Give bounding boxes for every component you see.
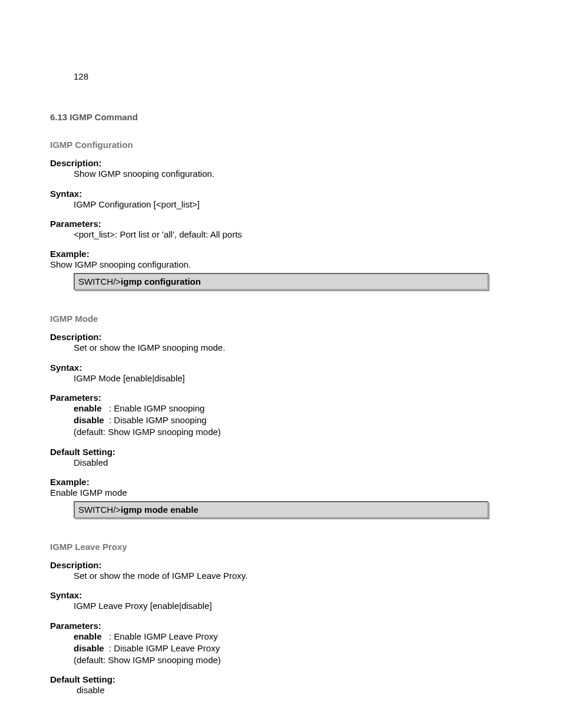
mode-example-desc: Enable IGMP mode — [50, 487, 512, 499]
leave-param-enable: enable : Enable IGMP Leave Proxy — [74, 631, 512, 643]
leave-desc: Set or show the mode of IGMP Leave Proxy… — [74, 570, 512, 582]
mode-desc-label: Description: — [50, 332, 512, 342]
leave-desc-label: Description: — [50, 560, 512, 570]
config-syntax: IGMP Configuration [<port_list>] — [74, 199, 512, 210]
mode-param-enable: enable : Enable IGMP snooping — [74, 403, 512, 414]
mode-param-disable: disable : Disable IGMP snooping — [74, 414, 512, 426]
mode-example-label: Example: — [50, 477, 512, 487]
leave-param-enable-key: enable — [74, 631, 109, 643]
leave-default-label: Default Setting: — [50, 674, 512, 684]
igmp-configuration-title: IGMP Configuration — [50, 140, 133, 150]
mode-param-default: (default: Show IGMP snooping mode) — [74, 426, 512, 438]
mode-params-label: Parameters: — [50, 393, 512, 403]
leave-param-disable: disable : Disable IGMP Leave Proxy — [74, 643, 512, 654]
config-syntax-label: Syntax: — [50, 189, 512, 199]
mode-param-disable-key: disable — [74, 414, 109, 426]
mode-prompt: SWITCH/> — [78, 505, 121, 515]
config-example-desc: Show IGMP snooping configuration. — [50, 259, 512, 271]
igmp-leave-proxy-title: IGMP Leave Proxy — [50, 542, 127, 552]
leave-param-default: (default: Show IGMP snooping mode) — [74, 654, 512, 666]
leave-params-label: Parameters: — [50, 621, 512, 631]
mode-syntax: IGMP Mode [enable|disable] — [74, 373, 512, 384]
config-desc: Show IGMP snooping configuration. — [74, 168, 512, 180]
mode-default-label: Default Setting: — [50, 447, 512, 457]
leave-syntax-label: Syntax: — [50, 590, 512, 600]
mode-param-enable-val: : Enable IGMP snooping — [109, 403, 204, 414]
leave-param-disable-val: : Disable IGMP Leave Proxy — [109, 643, 220, 654]
config-example-label: Example: — [50, 249, 512, 259]
config-params: <port_list>: Port list or 'all', default… — [74, 229, 512, 241]
config-cmd: igmp configuration — [121, 276, 201, 286]
section-heading: 6.13 IGMP Command — [50, 112, 138, 122]
config-params-label: Parameters: — [50, 219, 512, 229]
mode-default: Disabled — [74, 457, 512, 469]
mode-desc: Set or show the IGMP snooping mode. — [74, 342, 512, 354]
mode-param-disable-val: : Disable IGMP snooping — [109, 414, 207, 426]
config-example-box: SWITCH/>igmp configuration — [74, 273, 488, 290]
igmp-mode-title: IGMP Mode — [50, 314, 98, 324]
mode-syntax-label: Syntax: — [50, 363, 512, 373]
mode-cmd: igmp mode enable — [121, 505, 199, 515]
leave-param-enable-val: : Enable IGMP Leave Proxy — [109, 631, 218, 643]
leave-param-disable-key: disable — [74, 643, 109, 654]
leave-syntax: IGMP Leave Proxy [enable|disable] — [74, 600, 512, 612]
mode-param-enable-key: enable — [74, 403, 109, 414]
mode-example-box: SWITCH/>igmp mode enable — [74, 501, 488, 518]
config-prompt: SWITCH/> — [78, 276, 121, 286]
leave-default: disable — [77, 684, 512, 696]
config-desc-label: Description: — [50, 158, 512, 168]
top-value: 128 — [74, 71, 88, 81]
